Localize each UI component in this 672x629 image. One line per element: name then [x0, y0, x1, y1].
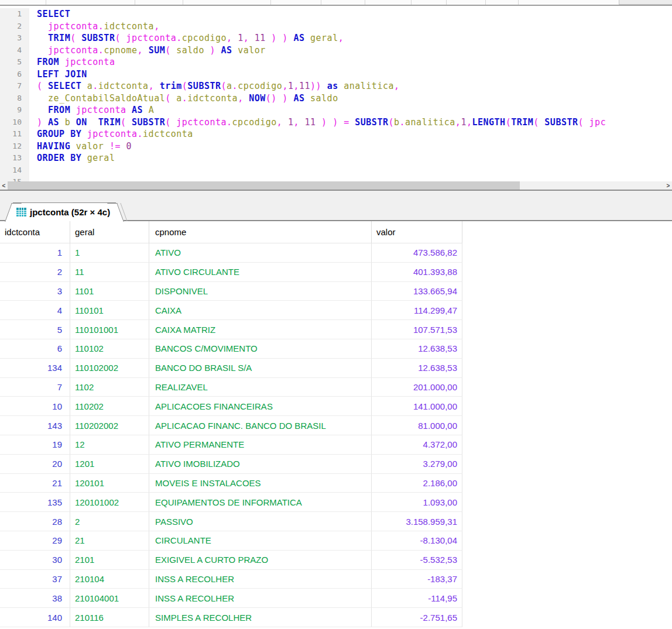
column-header-geral[interactable]: geral [70, 221, 149, 243]
cell-idctconta[interactable]: 134 [0, 359, 70, 378]
cell-idctconta[interactable]: 1 [0, 243, 70, 263]
results-tab[interactable]: jpctconta (52r × 4c) [13, 202, 116, 221]
scrollbar-track[interactable] [8, 181, 664, 190]
cell-cpnome[interactable]: BANCOS C/MOVIMENTO [149, 339, 372, 359]
cell-geral[interactable]: 110202 [70, 397, 149, 416]
cell-valor[interactable]: -114,95 [372, 589, 462, 608]
cell-geral[interactable]: 110101 [70, 301, 149, 320]
cell-idctconta[interactable]: 21 [0, 474, 70, 493]
cell-cpnome[interactable]: MOVEIS E INSTALACOES [149, 474, 372, 493]
cell-geral[interactable]: 210104 [70, 570, 149, 589]
cell-valor[interactable]: -183,37 [372, 570, 462, 589]
cell-valor[interactable]: -8.130,04 [372, 531, 462, 551]
cell-idctconta[interactable]: 7 [0, 378, 70, 397]
cell-idctconta[interactable]: 38 [0, 589, 70, 608]
cell-cpnome[interactable]: CAIXA [149, 301, 372, 320]
cell-geral[interactable]: 2 [70, 512, 149, 531]
cell-valor[interactable]: 3.158.959,31 [372, 512, 462, 531]
code-text: ) AS b ON TRIM( SUBSTR( jpctconta.cpcodi… [29, 116, 606, 129]
cell-geral[interactable]: 1101 [70, 282, 149, 301]
cell-cpnome[interactable]: CIRCULANTE [149, 531, 372, 551]
cell-cpnome[interactable]: EXIGIVEL A CURTO PRAZO [149, 551, 372, 570]
column-header-valor[interactable]: valor [372, 221, 462, 243]
cell-idctconta[interactable]: 140 [0, 608, 70, 627]
cell-valor[interactable]: 12.638,53 [372, 359, 462, 378]
cell-valor[interactable]: 401.393,88 [372, 263, 462, 282]
cell-cpnome[interactable]: ATIVO CIRCULANTE [149, 263, 372, 282]
cell-idctconta[interactable]: 28 [0, 512, 70, 531]
sql-editor[interactable]: 1SELECT2 jpctconta.idctconta,3 TRIM( SUB… [0, 6, 672, 181]
cell-idctconta[interactable]: 10 [0, 397, 70, 416]
cell-valor[interactable]: 12.638,53 [372, 339, 462, 359]
cell-geral[interactable]: 110101001 [70, 320, 149, 339]
scroll-left-arrow[interactable]: < [0, 181, 8, 190]
cell-geral[interactable]: 2101 [70, 551, 149, 570]
cell-cpnome[interactable]: INSS A RECOLHER [149, 570, 372, 589]
cell-idctconta[interactable]: 29 [0, 531, 70, 551]
cell-idctconta[interactable]: 6 [0, 339, 70, 359]
cell-cpnome[interactable]: PASSIVO [149, 512, 372, 531]
cell-valor[interactable]: 2.186,00 [372, 474, 462, 493]
code-text: HAVING valor != 0 [29, 140, 132, 153]
cell-idctconta[interactable]: 20 [0, 455, 70, 474]
table-row: 6110102BANCOS C/MOVIMENTO12.638,53 [0, 339, 462, 359]
cell-geral[interactable]: 11 [70, 263, 149, 282]
cell-geral[interactable]: 1102 [70, 378, 149, 397]
cell-idctconta[interactable]: 143 [0, 416, 70, 435]
cell-geral[interactable]: 210116 [70, 608, 149, 627]
cell-idctconta[interactable]: 5 [0, 320, 70, 339]
cell-geral[interactable]: 21 [70, 531, 149, 551]
cell-geral[interactable]: 110202002 [70, 416, 149, 435]
cell-cpnome[interactable]: EQUIPAMENTOS DE INFORMATICA [149, 493, 372, 512]
cell-valor[interactable]: 4.372,00 [372, 435, 462, 455]
cell-idctconta[interactable]: 3 [0, 282, 70, 301]
cell-cpnome[interactable]: APLICACOES FINANCEIRAS [149, 397, 372, 416]
cell-cpnome[interactable]: DISPONIVEL [149, 282, 372, 301]
cell-geral[interactable]: 1201 [70, 455, 149, 474]
cell-valor[interactable]: 141.000,00 [372, 397, 462, 416]
cell-valor[interactable]: 133.665,94 [372, 282, 462, 301]
cell-idctconta[interactable]: 37 [0, 570, 70, 589]
cell-valor[interactable]: 3.279,00 [372, 455, 462, 474]
cell-cpnome[interactable]: APLICACAO FINANC. BANCO DO BRASIL [149, 416, 372, 435]
cell-valor[interactable]: 1.093,00 [372, 493, 462, 512]
cell-cpnome[interactable]: SIMPLES A RECOLHER [149, 608, 372, 627]
cell-idctconta[interactable]: 135 [0, 493, 70, 512]
cell-cpnome[interactable]: ATIVO [149, 243, 372, 263]
cell-geral[interactable]: 120101 [70, 474, 149, 493]
column-header-idctconta[interactable]: idctconta [0, 221, 70, 243]
cell-valor[interactable]: 473.586,82 [372, 243, 462, 263]
code-text: jpctconta.idctconta, [29, 20, 160, 33]
cell-valor[interactable]: 201.000,00 [372, 378, 462, 397]
cell-cpnome[interactable]: REALIZAVEL [149, 378, 372, 397]
cell-valor[interactable]: -2.751,65 [372, 608, 462, 627]
code-text [29, 176, 37, 181]
cell-idctconta[interactable]: 4 [0, 301, 70, 320]
cell-idctconta[interactable]: 30 [0, 551, 70, 570]
cell-geral[interactable]: 120101002 [70, 493, 149, 512]
cell-geral[interactable]: 12 [70, 435, 149, 455]
cell-valor[interactable]: 114.299,47 [372, 301, 462, 320]
cell-geral[interactable]: 110102002 [70, 359, 149, 378]
editor-horizontal-scrollbar[interactable]: < > [0, 181, 672, 191]
cell-geral[interactable]: 110102 [70, 339, 149, 359]
cell-cpnome[interactable]: INSS A RECOLHER [149, 589, 372, 608]
app-window: 1SELECT2 jpctconta.idctconta,3 TRIM( SUB… [0, 0, 672, 627]
cell-idctconta[interactable]: 2 [0, 263, 70, 282]
cell-valor[interactable]: 107.571,53 [372, 320, 462, 339]
line-number: 14 [0, 164, 29, 177]
line-number: 4 [0, 44, 29, 57]
cell-valor[interactable]: -5.532,53 [372, 551, 462, 570]
cell-geral[interactable]: 1 [70, 243, 149, 263]
scrollbar-thumb[interactable] [8, 181, 520, 190]
cell-cpnome[interactable]: ATIVO PERMANENTE [149, 435, 372, 455]
cell-idctconta[interactable]: 19 [0, 435, 70, 455]
editor-line: 10) AS b ON TRIM( SUBSTR( jpctconta.cpco… [0, 116, 672, 129]
cell-geral[interactable]: 210104001 [70, 589, 149, 608]
column-header-cpnome[interactable]: cpnome [149, 221, 372, 243]
cell-cpnome[interactable]: BANCO DO BRASIL S/A [149, 359, 372, 378]
cell-valor[interactable]: 81.000,00 [372, 416, 462, 435]
cell-cpnome[interactable]: ATIVO IMOBILIZADO [149, 455, 372, 474]
cell-cpnome[interactable]: CAIXA MATRIZ [149, 320, 372, 339]
scroll-right-arrow[interactable]: > [664, 181, 672, 190]
